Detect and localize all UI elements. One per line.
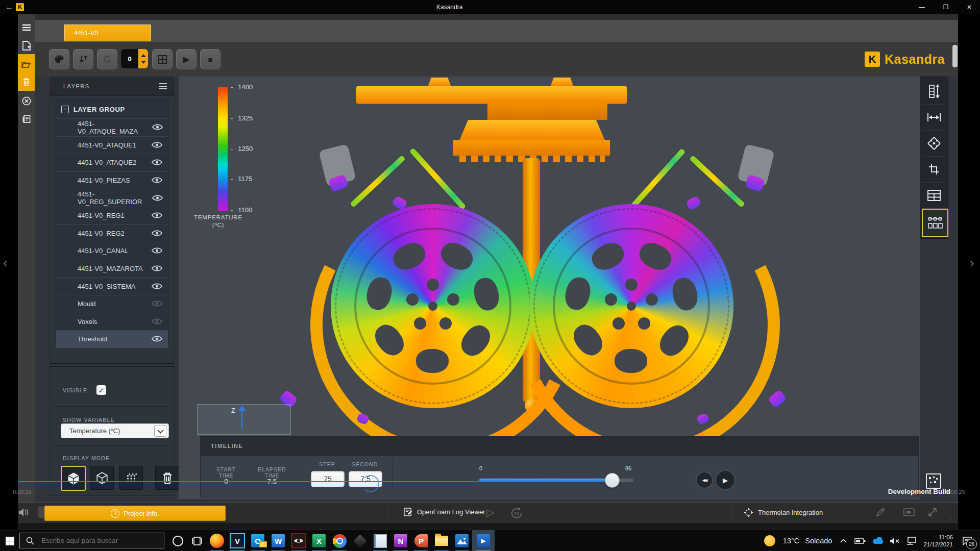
battery-icon[interactable] bbox=[854, 538, 866, 544]
volume-muted-icon[interactable] bbox=[890, 537, 900, 545]
weather-sun-icon[interactable] bbox=[763, 534, 776, 547]
layer-row[interactable]: 4451-V0_ATAQUE2 bbox=[56, 154, 168, 171]
visibility-eye-icon[interactable] bbox=[152, 300, 163, 308]
menu-icon[interactable] bbox=[18, 18, 35, 37]
dropdown-chevron-icon[interactable] bbox=[154, 425, 166, 437]
visibility-eye-icon[interactable] bbox=[152, 177, 163, 184]
chrome-icon[interactable] bbox=[329, 530, 350, 551]
table-icon[interactable] bbox=[922, 183, 946, 209]
expand-icon[interactable] bbox=[927, 507, 938, 517]
timeline-nodes-icon[interactable] bbox=[922, 209, 948, 237]
layer-row[interactable]: 4451-V0_REG1 bbox=[56, 207, 168, 224]
visibility-eye-icon[interactable] bbox=[152, 141, 163, 149]
taskbar-search[interactable] bbox=[19, 533, 164, 548]
visibility-eye-icon[interactable] bbox=[152, 318, 163, 325]
powerpoint-icon[interactable]: P bbox=[411, 530, 431, 551]
visibility-eye-icon[interactable] bbox=[152, 123, 163, 131]
visibility-eye-icon[interactable] bbox=[152, 230, 163, 237]
layer-row[interactable]: 4451-V0_PIEZAS bbox=[56, 171, 168, 189]
back-arrow-icon[interactable]: ← bbox=[4, 1, 14, 13]
screen-record-icon[interactable] bbox=[903, 508, 915, 516]
word-icon[interactable]: W bbox=[268, 530, 288, 551]
speaker-icon[interactable] bbox=[18, 508, 30, 517]
visibility-eye-icon[interactable] bbox=[152, 159, 163, 166]
weather-condition[interactable]: Soleado bbox=[805, 537, 832, 545]
refresh-icon[interactable] bbox=[97, 49, 117, 69]
layer-row[interactable]: Voxels bbox=[56, 313, 168, 331]
network-icon[interactable] bbox=[907, 537, 917, 545]
filter-icon[interactable] bbox=[73, 49, 93, 69]
v-app-icon[interactable]: V bbox=[227, 530, 248, 551]
layer-row[interactable]: Threshold bbox=[56, 330, 168, 348]
viewport-3d[interactable] bbox=[179, 77, 920, 499]
thermolan-integration-button[interactable]: Thermolan Integration bbox=[744, 508, 823, 517]
grid-icon[interactable] bbox=[152, 49, 173, 69]
value-spinner[interactable] bbox=[138, 49, 148, 68]
width-measure-icon[interactable] bbox=[922, 105, 946, 131]
rewind-icon[interactable]: ◀◀ bbox=[696, 471, 713, 489]
close-icon[interactable]: ✕ bbox=[962, 1, 977, 13]
previous-chevron-icon[interactable]: ‹ bbox=[3, 255, 8, 271]
crop-icon[interactable] bbox=[922, 157, 946, 183]
stop-icon[interactable]: ■ bbox=[200, 49, 220, 69]
task-view-icon[interactable] bbox=[187, 530, 207, 551]
spinner-down-icon[interactable] bbox=[141, 61, 146, 64]
layer-group-row[interactable]: – LAYER GROUP bbox=[56, 100, 168, 118]
open-folder-icon[interactable] bbox=[18, 55, 35, 73]
variable-select[interactable]: Temperature (ºC) bbox=[61, 423, 169, 438]
spinner-value[interactable]: 0 bbox=[121, 49, 138, 68]
scrollbar-thumb[interactable] bbox=[952, 45, 958, 67]
layer-row[interactable]: 4451-V0_REG2 bbox=[56, 224, 168, 242]
project-info-button[interactable]: i Project Info. bbox=[44, 506, 226, 521]
file-explorer-icon[interactable] bbox=[431, 530, 452, 551]
visible-checkbox[interactable]: ✓ bbox=[96, 385, 106, 395]
panel-menu-icon[interactable] bbox=[159, 83, 167, 89]
layer-row[interactable]: 4451-V0_CANAL bbox=[56, 242, 168, 260]
visibility-eye-icon[interactable] bbox=[152, 335, 163, 343]
onedrive-icon[interactable] bbox=[872, 537, 884, 544]
delete-icon[interactable] bbox=[155, 466, 179, 490]
minimize-icon[interactable]: — bbox=[914, 1, 929, 13]
weather-temp[interactable]: 13°C bbox=[783, 537, 799, 545]
move-icon[interactable] bbox=[922, 131, 946, 157]
chevron-up-icon[interactable] bbox=[839, 539, 848, 543]
step-input[interactable]: 75 bbox=[311, 471, 345, 487]
visibility-eye-icon[interactable] bbox=[152, 247, 163, 255]
layer-row[interactable]: 4451-V0_SISTEMA bbox=[56, 277, 168, 295]
layer-row[interactable]: Mould bbox=[56, 295, 168, 313]
firefox-icon[interactable] bbox=[207, 530, 227, 551]
cortana-icon[interactable] bbox=[167, 530, 188, 551]
visibility-eye-icon[interactable] bbox=[152, 283, 163, 290]
play-icon[interactable]: ▶ bbox=[176, 49, 197, 69]
restore-icon[interactable]: ❐ bbox=[938, 1, 953, 13]
column-scale-icon[interactable] bbox=[922, 79, 946, 105]
photos-icon[interactable] bbox=[452, 530, 472, 551]
notifications-icon[interactable]: 26 bbox=[960, 533, 975, 548]
movies-tv-icon[interactable]: ▶ bbox=[472, 530, 495, 551]
timeline-slider-handle[interactable] bbox=[605, 473, 620, 488]
clock[interactable]: 11:06 21/12/2021 bbox=[923, 534, 953, 548]
layer-row[interactable]: 4451-V0_REG_SUPERIOR bbox=[56, 189, 168, 207]
inkscape-icon[interactable] bbox=[350, 530, 370, 551]
close-circle-icon[interactable] bbox=[18, 92, 35, 110]
spinner-up-icon[interactable] bbox=[141, 54, 146, 57]
visibility-eye-icon[interactable] bbox=[152, 265, 163, 272]
next-chevron-icon[interactable]: › bbox=[970, 255, 974, 271]
script-icon[interactable] bbox=[18, 110, 35, 129]
outlook-icon[interactable]: O bbox=[248, 530, 268, 551]
search-input[interactable] bbox=[40, 536, 155, 545]
visibility-eye-icon[interactable] bbox=[152, 194, 163, 202]
collapse-icon[interactable]: – bbox=[61, 106, 69, 113]
palette-icon[interactable] bbox=[49, 49, 69, 69]
excel-icon[interactable]: X bbox=[309, 530, 329, 551]
voxel-cube-icon[interactable] bbox=[119, 466, 143, 490]
onenote-icon[interactable]: N bbox=[390, 530, 411, 551]
skip-30-icon[interactable]: 30 bbox=[509, 506, 524, 521]
tab-4451-v0[interactable]: 4451-V0 bbox=[64, 24, 151, 41]
trash-icon[interactable] bbox=[18, 72, 35, 91]
image-viewer-icon[interactable] bbox=[288, 530, 309, 551]
layer-row[interactable]: 4451-V0_MAZAROTA bbox=[56, 260, 168, 278]
openfoam-log-viewer-button[interactable]: OpenFoam Log Viewer bbox=[404, 508, 485, 516]
layer-row[interactable]: 4451-V0_ATAQUE1 bbox=[56, 136, 168, 154]
play-button-icon[interactable]: ▶ bbox=[715, 470, 736, 490]
